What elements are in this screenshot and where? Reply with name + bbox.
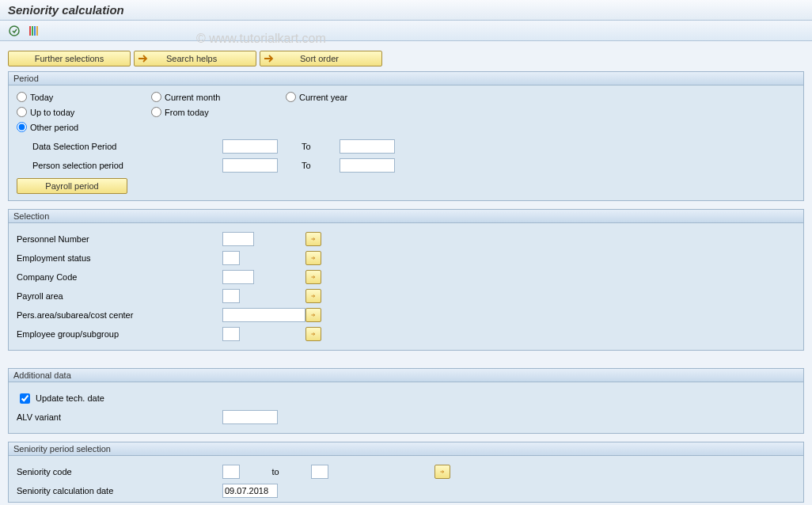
period-header: Period	[9, 72, 803, 85]
seniority-calc-date-input[interactable]	[222, 484, 278, 498]
employee-group-label: Employee group/subgroup	[17, 329, 222, 339]
update-tech-label: Update tech. date	[36, 393, 104, 403]
radio-current-month[interactable]: Current month	[151, 92, 286, 102]
seniority-code-options-button[interactable]	[434, 465, 450, 479]
company-code-label: Company Code	[17, 272, 222, 282]
further-selections-button[interactable]: Further selections	[8, 51, 131, 66]
color-bars-icon[interactable]	[27, 25, 40, 37]
execute-icon[interactable]	[8, 25, 21, 37]
seniority-code-from-input[interactable]	[222, 465, 240, 479]
alv-variant-input[interactable]	[222, 410, 278, 424]
company-code-options-button[interactable]	[305, 270, 321, 284]
to-label: To	[302, 142, 335, 151]
arrow-right-icon	[138, 54, 149, 63]
svg-rect-1	[29, 26, 31, 36]
sort-order-button[interactable]: Sort order	[260, 51, 382, 66]
period-panel: Period Today Current month Current year …	[8, 71, 804, 201]
payroll-area-input[interactable]	[222, 289, 240, 303]
person-period-to-input[interactable]	[340, 158, 395, 173]
pers-area-label: Pers.area/subarea/cost center	[17, 310, 222, 320]
radio-up-to-today[interactable]: Up to today	[17, 107, 151, 117]
personnel-number-input[interactable]	[222, 232, 254, 246]
person-selection-period-label: Person selection period	[17, 161, 222, 170]
personnel-number-label: Personnel Number	[17, 234, 222, 244]
personnel-number-options-button[interactable]	[305, 232, 321, 246]
main-toolbar	[0, 21, 812, 41]
to-label: To	[302, 161, 335, 170]
seniority-header: Seniority period selection	[9, 442, 803, 456]
update-tech-checkbox[interactable]	[20, 393, 30, 404]
company-code-input[interactable]	[222, 270, 254, 284]
data-period-to-input[interactable]	[340, 139, 395, 154]
svg-point-0	[9, 26, 19, 36]
radio-from-today[interactable]: From today	[151, 107, 286, 117]
pers-area-input[interactable]	[222, 308, 305, 322]
svg-rect-2	[32, 26, 33, 36]
employee-group-input[interactable]	[222, 327, 240, 341]
page-title: Seniority calculation	[0, 0, 812, 21]
seniority-code-label: Seniority code	[17, 467, 222, 477]
data-period-from-input[interactable]	[222, 139, 278, 154]
employment-status-input[interactable]	[222, 251, 240, 265]
employee-group-options-button[interactable]	[305, 327, 321, 341]
selection-header: Selection	[9, 210, 803, 223]
employment-status-label: Employment status	[17, 253, 222, 263]
radio-other-period[interactable]: Other period	[17, 122, 151, 132]
radio-current-year[interactable]: Current year	[286, 92, 420, 102]
person-period-from-input[interactable]	[222, 158, 278, 173]
data-selection-period-label: Data Selection Period	[17, 142, 222, 151]
svg-rect-4	[36, 26, 38, 36]
seniority-calc-date-label: Seniority calculation date	[17, 486, 222, 496]
payroll-area-options-button[interactable]	[305, 289, 321, 303]
additional-data-panel: Additional data Update tech. date ALV va…	[8, 368, 804, 434]
radio-today[interactable]: Today	[17, 92, 151, 102]
svg-rect-3	[34, 26, 36, 36]
employment-status-options-button[interactable]	[305, 251, 321, 265]
search-helps-button[interactable]: Search helps	[134, 51, 256, 66]
additional-header: Additional data	[9, 369, 803, 382]
to-label: to	[240, 467, 311, 477]
alv-variant-label: ALV variant	[17, 412, 222, 422]
selection-panel: Selection Personnel Number Employment st…	[8, 209, 804, 351]
payroll-area-label: Payroll area	[17, 291, 222, 301]
seniority-code-to-input[interactable]	[311, 465, 328, 479]
pers-area-options-button[interactable]	[305, 308, 321, 322]
arrow-right-icon	[264, 54, 275, 63]
seniority-panel: Seniority period selection Seniority cod…	[8, 442, 804, 503]
payroll-period-button[interactable]: Payroll period	[17, 178, 127, 194]
